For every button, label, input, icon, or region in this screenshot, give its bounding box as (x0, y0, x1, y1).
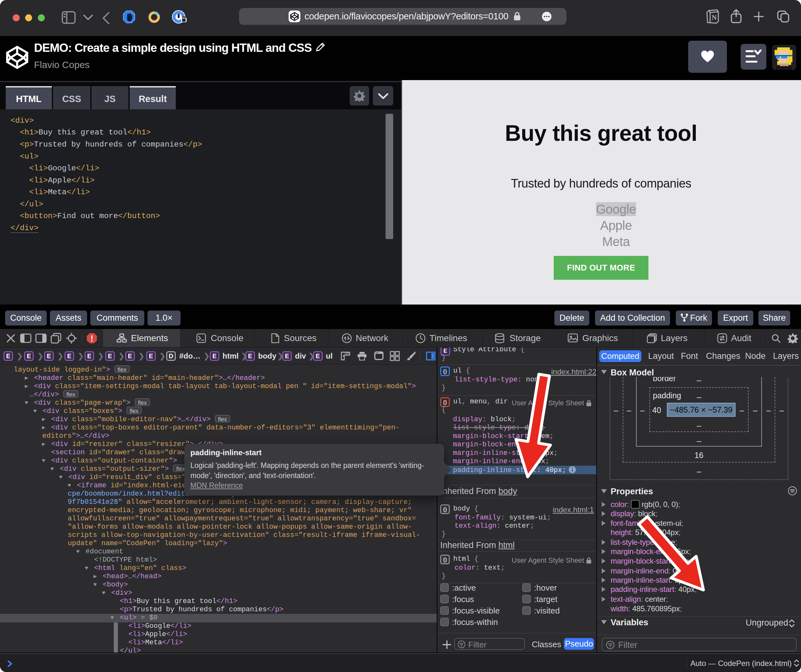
svg-text:N: N (712, 13, 717, 21)
